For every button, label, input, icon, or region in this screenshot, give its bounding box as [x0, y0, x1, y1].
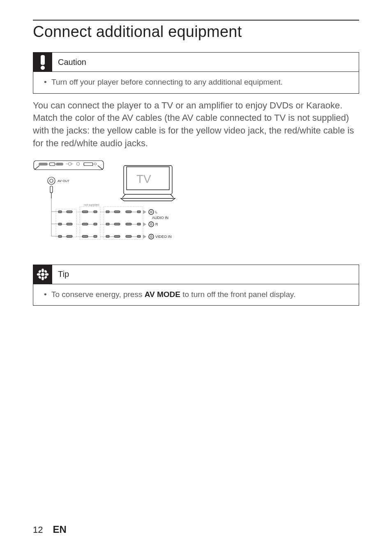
svg-rect-40 — [58, 235, 62, 237]
svg-rect-23 — [137, 211, 141, 213]
svg-point-53 — [150, 211, 152, 213]
svg-rect-33 — [114, 223, 120, 225]
connection-diagram: AV OUT TV not supplied — [33, 158, 179, 255]
page-footer: 12 EN — [33, 524, 67, 535]
cable-group: not supplied — [51, 198, 146, 240]
warning-icon — [33, 53, 52, 71]
svg-point-52 — [149, 210, 154, 214]
svg-text:L: L — [155, 210, 157, 214]
tip-box: Tip To conserve energy, press AV MODE to… — [33, 265, 359, 306]
svg-rect-29 — [67, 223, 72, 225]
svg-point-63 — [42, 276, 44, 280]
svg-rect-17 — [67, 211, 72, 213]
svg-point-68 — [38, 276, 42, 279]
svg-point-66 — [38, 269, 42, 273]
caution-header: Caution — [33, 53, 359, 72]
svg-point-69 — [44, 276, 48, 279]
svg-point-58 — [149, 234, 154, 239]
audio-in-label: AUDIO IN — [152, 216, 168, 220]
svg-rect-20 — [106, 211, 109, 213]
page-heading: Connect additional equipment — [33, 23, 359, 41]
svg-text:R: R — [155, 222, 158, 226]
body-line-1: You can connect the player to a TV or an… — [33, 100, 342, 111]
svg-point-1 — [41, 66, 45, 70]
tv-label: TV — [136, 173, 151, 185]
svg-rect-22 — [126, 211, 131, 213]
svg-rect-3 — [49, 163, 55, 166]
svg-rect-28 — [58, 223, 62, 225]
av-out-jack — [48, 177, 55, 184]
svg-rect-34 — [126, 223, 131, 225]
svg-rect-42 — [82, 235, 88, 237]
svg-rect-11 — [50, 186, 53, 193]
svg-point-59 — [150, 236, 152, 237]
svg-rect-35 — [137, 223, 141, 225]
tip-icon — [33, 265, 52, 284]
body-text: You can connect the player to a TV or an… — [33, 99, 359, 150]
caution-box: Caution Turn off your player before conn… — [33, 52, 359, 94]
caution-title: Caution — [52, 58, 86, 67]
caution-item: Turn off your player before connecting t… — [44, 77, 351, 88]
svg-point-64 — [37, 273, 41, 276]
tip-header: Tip — [33, 265, 359, 284]
svg-rect-31 — [94, 223, 97, 225]
av-plug — [50, 186, 53, 198]
svg-rect-2 — [39, 163, 48, 166]
player-icon — [34, 161, 104, 170]
svg-point-55 — [149, 222, 154, 227]
svg-point-65 — [45, 273, 48, 276]
svg-rect-4 — [56, 163, 63, 166]
svg-point-10 — [50, 179, 53, 182]
svg-text:VIDEO IN: VIDEO IN — [155, 235, 172, 239]
svg-rect-30 — [82, 223, 88, 225]
audio-in-l: L — [149, 210, 157, 214]
not-supplied-label: not supplied — [84, 203, 99, 207]
svg-point-62 — [42, 268, 44, 272]
tip-body: To conserve energy, press AV MODE to tur… — [33, 284, 359, 306]
svg-rect-19 — [94, 211, 97, 213]
svg-rect-45 — [114, 235, 120, 237]
tip-title: Tip — [52, 269, 69, 279]
audio-in-r: R — [149, 222, 158, 227]
svg-point-67 — [44, 269, 48, 273]
svg-point-61 — [41, 273, 44, 276]
video-in: VIDEO IN — [149, 234, 172, 239]
svg-rect-46 — [126, 235, 131, 237]
body-line-2: Match the color of the AV cables (the AV… — [33, 113, 354, 148]
caution-body: Turn off your player before connecting t… — [33, 72, 359, 93]
svg-rect-21 — [114, 211, 120, 213]
svg-point-8 — [95, 163, 97, 165]
svg-point-9 — [48, 177, 55, 184]
svg-point-56 — [150, 223, 152, 225]
svg-rect-47 — [137, 235, 141, 237]
av-out-label: AV OUT — [58, 179, 69, 183]
svg-rect-0 — [41, 55, 45, 65]
svg-rect-41 — [67, 235, 72, 237]
svg-rect-18 — [82, 211, 88, 213]
tip-item: To conserve energy, press AV MODE to tur… — [44, 289, 351, 300]
svg-rect-43 — [94, 235, 97, 237]
svg-rect-16 — [58, 211, 62, 213]
svg-point-6 — [77, 162, 80, 165]
svg-rect-7 — [84, 163, 93, 166]
svg-rect-44 — [106, 235, 109, 237]
svg-rect-32 — [106, 223, 109, 225]
page-language: EN — [53, 524, 67, 535]
page-number: 12 — [33, 525, 43, 535]
top-rule — [33, 20, 359, 21]
